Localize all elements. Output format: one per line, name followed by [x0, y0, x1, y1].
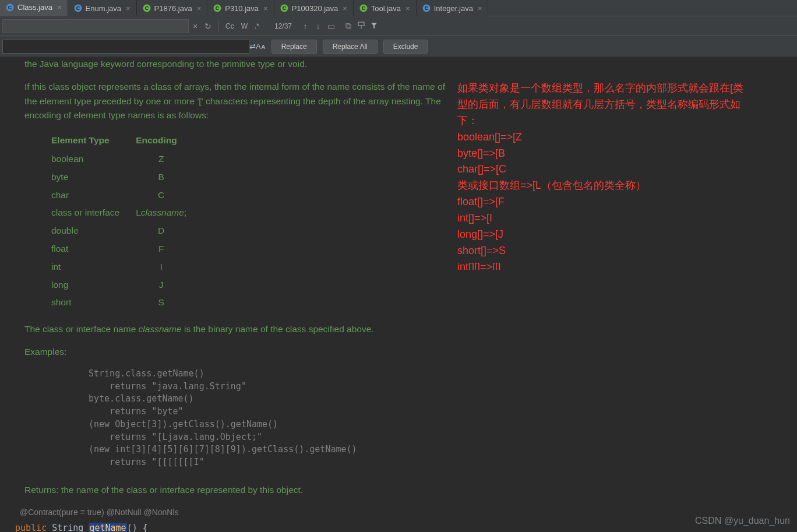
anno-line: int[]=>[I: [457, 210, 784, 227]
close-tab-icon[interactable]: ×: [343, 4, 347, 13]
encoding-cell: Z: [136, 150, 203, 168]
element-type-cell: int: [51, 258, 136, 276]
element-type-cell: char: [51, 186, 136, 205]
svg-text:C: C: [8, 5, 12, 10]
java-file-icon: C: [143, 4, 151, 12]
anno-line: short[]=>S: [457, 243, 784, 259]
classname-text: classname: [139, 324, 182, 334]
pin-icon[interactable]: [355, 21, 368, 31]
watermark: CSDN @yu_duan_hun: [695, 516, 790, 526]
encoding-cell: S: [136, 294, 203, 312]
element-type-cell: double: [51, 222, 136, 240]
match-count: 12/37: [274, 22, 292, 30]
returns-para: Returns: the name of the class or interf…: [24, 483, 450, 498]
replace-button[interactable]: Replace: [271, 40, 317, 54]
tab-p100320-java[interactable]: CP100320.java×: [274, 0, 354, 16]
next-match-icon[interactable]: ↓: [312, 22, 325, 31]
element-type-cell: float: [51, 240, 136, 258]
swap-icon[interactable]: ⇄: [249, 42, 256, 51]
annotation-overlay: 如果类对象是一个数组类型，那么名字的内部形式就会跟在[类 型的后面，有几层数组就…: [457, 80, 784, 270]
editor-area[interactable]: the Java language keyword corresponding …: [0, 57, 797, 532]
svg-text:C: C: [144, 5, 149, 11]
replace-all-button[interactable]: Replace All: [323, 40, 378, 54]
anno-line: 类或接口数组=>[L（包含包名的类全称）: [457, 178, 784, 194]
close-tab-icon[interactable]: ×: [126, 4, 131, 13]
tab-label: P310.java: [225, 4, 259, 13]
tab-label: Tool.java: [371, 4, 401, 13]
svg-text:C: C: [216, 5, 220, 11]
type: String: [47, 523, 89, 532]
annotations-line: @Contract(pure = true) @NotNull @NonNls: [20, 506, 450, 519]
preserve-case-icon[interactable]: Aᴀ: [256, 42, 266, 51]
element-type-cell: byte: [51, 168, 136, 186]
table-row: floatF: [51, 240, 203, 258]
regex-toggle[interactable]: .*: [251, 22, 263, 30]
encoding-cell: I: [136, 258, 203, 276]
tab-label: Integer.java: [434, 4, 473, 13]
svg-text:C: C: [362, 5, 366, 11]
table-row: booleanZ: [51, 150, 203, 168]
close-tab-icon[interactable]: ×: [478, 4, 482, 13]
history-icon[interactable]: ↻: [202, 22, 214, 31]
replace-input[interactable]: [2, 40, 249, 54]
text: is the binary name of the class specifie…: [182, 324, 374, 334]
element-type-cell: long: [51, 276, 136, 294]
svg-text:C: C: [76, 5, 80, 11]
prev-match-icon[interactable]: ↑: [299, 22, 312, 31]
svg-text:C: C: [282, 5, 286, 11]
tab-p1876-java[interactable]: CP1876.java×: [137, 0, 208, 16]
table-row: shortS: [51, 294, 203, 312]
java-file-icon: C: [6, 3, 14, 12]
text: The class or interface name: [24, 324, 139, 334]
java-file-icon: C: [422, 4, 431, 12]
javadoc-content: the Java language keyword corresponding …: [24, 57, 450, 532]
filter-icon[interactable]: [368, 22, 380, 31]
anno-line: boolean[]=>[Z: [457, 129, 784, 146]
tab-label: Enum.java: [86, 4, 121, 13]
tab-label: P100320.java: [292, 4, 338, 13]
tab-p310-java[interactable]: CP310.java×: [207, 0, 274, 16]
method-signature: public String getName() {: [15, 521, 450, 532]
editor-tabs: CClass.java×CEnum.java×CP1876.java×CP310…: [0, 0, 797, 16]
select-occurrences-icon[interactable]: ▭: [325, 22, 337, 31]
encoding-cell: J: [136, 276, 203, 294]
exclude-button[interactable]: Exclude: [383, 40, 428, 54]
tab-label: P1876.java: [154, 4, 192, 13]
tab-tool-java[interactable]: CTool.java×: [354, 0, 417, 16]
close-search-icon[interactable]: ×: [189, 22, 202, 31]
element-type-cell: class or interface: [51, 204, 136, 222]
separator: [218, 20, 218, 32]
encoding-cell: C: [136, 186, 203, 205]
tab-integer-java[interactable]: CInteger.java×: [417, 0, 489, 16]
find-input[interactable]: [2, 19, 189, 33]
whole-word-toggle[interactable]: W: [238, 22, 251, 30]
element-type-cell: short: [51, 294, 136, 312]
doc-para: If this class object represents a class …: [24, 80, 450, 123]
close-tab-icon[interactable]: ×: [197, 4, 202, 13]
multiline-icon[interactable]: ⧉: [342, 21, 355, 31]
anno-line: long[]=>[J: [457, 227, 784, 243]
svg-text:C: C: [424, 5, 428, 11]
tab-class-java[interactable]: CClass.java×: [0, 0, 68, 16]
encoding-cell: F: [136, 240, 203, 258]
anno-line: 型的后面，有几层数组就有几层方括号，类型名称编码形式如: [457, 97, 784, 113]
java-file-icon: C: [74, 4, 82, 12]
anno-line: 如果类对象是一个数组类型，那么名字的内部形式就会跟在[类: [457, 80, 784, 97]
match-case-toggle[interactable]: Cc: [222, 22, 238, 30]
anno-line: char[]=>[C: [457, 161, 784, 178]
table-row: doubleD: [51, 222, 203, 240]
close-tab-icon[interactable]: ×: [263, 4, 268, 13]
svg-rect-14: [358, 22, 364, 26]
table-row: byteB: [51, 168, 203, 186]
th-encoding: Encoding: [136, 131, 203, 150]
close-tab-icon[interactable]: ×: [57, 3, 62, 12]
tab-enum-java[interactable]: CEnum.java×: [68, 0, 137, 16]
replace-bar: ⇄ Aᴀ Replace Replace All Exclude: [0, 36, 797, 57]
anno-line: float[]=>[F: [457, 194, 784, 210]
th-element-type: Element Type: [51, 131, 136, 150]
text: () {: [127, 523, 148, 532]
java-file-icon: C: [280, 4, 288, 12]
table-row: longJ: [51, 276, 203, 294]
keyword: public: [15, 523, 47, 532]
close-tab-icon[interactable]: ×: [405, 4, 410, 13]
